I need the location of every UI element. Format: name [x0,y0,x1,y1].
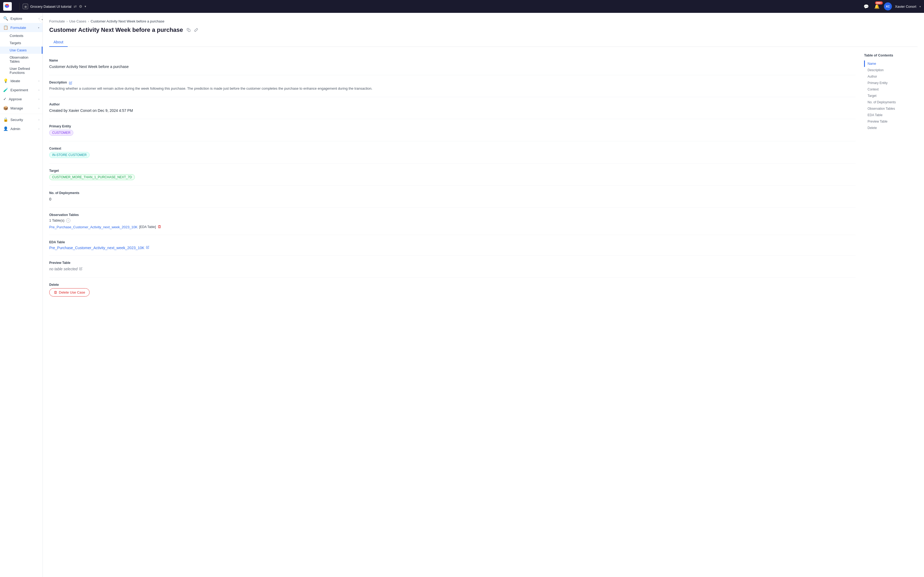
section-description: Description Predicting whether a custome… [49,75,855,97]
eda-table-link[interactable]: Pre_Purchase_Customer_Activity_next_week… [49,246,145,250]
breadcrumb-sep-1: › [67,19,67,23]
sidebar-label-ideate: Ideate [10,79,20,83]
preview-table-label: Preview Table [49,261,855,265]
navbar-project[interactable]: ▦ Grocery Dataset UI tutorial ⇄ ⚙ ▾ [23,4,86,9]
toc-item-observation-tables[interactable]: Observation Tables [864,105,918,112]
page-header: Customer Activity Next Week before a pur… [49,26,918,34]
sidebar-label-manage: Manage [10,106,23,110]
breadcrumb: Formulate › Use Cases › Customer Activit… [49,19,918,23]
primary-entity-label: Primary Entity [49,124,855,128]
toc-item-author[interactable]: Author [864,73,918,80]
sidebar-item-contexts[interactable]: Contexts [0,32,43,39]
preview-table-edit-icon[interactable] [79,267,82,271]
observation-tables-count: 1 Table(s) [49,218,64,222]
security-icon: 🔒 [3,117,8,122]
notification-badge[interactable]: 🔔 999+ [873,3,881,10]
delete-use-case-button[interactable]: Delete Use Case [49,288,90,297]
toc-item-target[interactable]: Target [864,93,918,99]
toc-item-eda-table[interactable]: EDA Table [864,112,918,118]
experiment-chevron-icon: › [39,89,39,92]
breadcrumb-sep-2: › [88,19,89,23]
settings-icon[interactable]: ⚙ [79,4,82,8]
sidebar: ◀ 🔍 Explore › 📋 Formulate ▾ Contexts Tar… [0,13,43,577]
observation-table-link[interactable]: Pre_Purchase_Customer_Activity_next_week… [49,225,138,229]
eda-badge: [EDA Table] [139,225,156,229]
sidebar-item-explore[interactable]: 🔍 Explore › [0,14,43,23]
sidebar-item-user-defined-functions[interactable]: User Defined Functions [0,65,43,76]
sidebar-item-observation-tables[interactable]: Observation Tables [0,54,43,65]
sidebar-item-experiment[interactable]: 🧪 Experiment › [0,85,43,95]
toc-item-delete[interactable]: Delete [864,125,918,131]
experiment-icon: 🧪 [3,87,8,92]
toc-item-description[interactable]: Description [864,67,918,73]
breadcrumb-formulate[interactable]: Formulate [49,19,65,23]
share-icon[interactable]: ⇄ [74,4,77,8]
logo[interactable] [3,2,12,11]
content-layout: Name Customer Activity Next Week before … [49,53,918,302]
formulate-icon: 📋 [3,25,8,30]
explore-icon: 🔍 [3,16,8,21]
manage-chevron-icon: › [39,107,39,110]
section-eda-table: EDA Table Pre_Purchase_Customer_Activity… [49,235,855,256]
section-primary-entity: Primary Entity CUSTOMER [49,119,855,141]
sidebar-item-security[interactable]: 🔒 Security › [0,115,43,124]
target-tag[interactable]: CUSTOMER_MORE_THAN_1_PURCHASE_NEXT_7D [49,174,135,180]
toc-item-preview-table[interactable]: Preview Table [864,118,918,125]
eda-table-edit-icon[interactable] [146,246,149,250]
preview-table-value: no table selected [49,266,77,272]
sidebar-label-security: Security [10,118,23,122]
observation-tables-label: Observation Tables [49,213,855,217]
observation-tables-info-icon[interactable]: i [66,218,70,222]
sidebar-item-manage[interactable]: 📦 Manage › [0,103,43,113]
badge-count: 999+ [875,2,882,5]
expand-icon[interactable]: ▾ [85,5,86,8]
tab-about[interactable]: About [49,38,67,47]
sidebar-section-main: 🔍 Explore › 📋 Formulate ▾ Contexts Targe… [0,13,43,134]
breadcrumb-use-cases[interactable]: Use Cases [69,19,87,23]
sidebar-label-admin: Admin [10,127,20,131]
avatar[interactable]: XC [884,2,892,10]
deployments-value: 0 [49,197,855,202]
description-edit-icon[interactable] [69,81,72,85]
section-name: Name Customer Activity Next Week before … [49,53,855,75]
author-value: Created by Xavier Conort on Dec 9, 2024 … [49,108,855,113]
ideate-chevron-icon: › [39,79,39,82]
project-icon: ▦ [23,4,28,9]
table-of-contents: Table of Contents Name Description Autho… [864,53,918,302]
section-target: Target CUSTOMER_MORE_THAN_1_PURCHASE_NEX… [49,163,855,186]
toc-item-name[interactable]: Name [864,60,918,67]
toc-item-primary-entity[interactable]: Primary Entity [864,80,918,86]
primary-entity-tag[interactable]: CUSTOMER [49,130,73,136]
tabs: About [49,38,918,47]
user-chevron-icon[interactable]: ▾ [919,5,921,8]
ideate-icon: 💡 [3,78,8,83]
sidebar-label-experiment: Experiment [10,88,28,92]
sidebar-item-ideate[interactable]: 💡 Ideate › [0,76,43,85]
navbar: ▦ Grocery Dataset UI tutorial ⇄ ⚙ ▾ 💬 🔔 … [0,0,924,13]
link-icon[interactable] [193,27,199,33]
page-title: Customer Activity Next Week before a pur… [49,26,183,34]
sidebar-item-use-cases[interactable]: Use Cases [0,47,43,54]
project-name: Grocery Dataset UI tutorial [30,5,71,8]
copy-icon[interactable] [186,27,191,33]
sidebar-item-formulate[interactable]: 📋 Formulate ▾ [0,23,43,32]
sidebar-item-targets[interactable]: Targets [0,39,43,47]
section-delete: Delete Delete Use Case [49,277,855,302]
toc-item-deployments[interactable]: No. of Deployments [864,99,918,105]
context-tag[interactable]: IN-STORE CUSTOMER [49,152,90,158]
admin-chevron-icon: › [39,127,39,131]
toc-item-context[interactable]: Context [864,86,918,93]
observation-table-delete-icon[interactable] [157,225,161,229]
delete-button-label: Delete Use Case [59,290,85,294]
username[interactable]: Xavier Conort [895,5,916,8]
deployments-label: No. of Deployments [49,191,855,195]
main-content: Formulate › Use Cases › Customer Activit… [43,13,924,577]
sidebar-item-approve[interactable]: ✓ Approve › [0,95,43,103]
sidebar-label-formulate: Formulate [10,26,26,30]
delete-button-icon [54,291,57,294]
sidebar-item-admin[interactable]: 👤 Admin › [0,124,43,133]
chat-icon[interactable]: 💬 [863,3,870,10]
page-title-icons [186,27,199,33]
svg-rect-1 [188,29,190,32]
description-value: Predicting whether a customer will remai… [49,86,855,92]
